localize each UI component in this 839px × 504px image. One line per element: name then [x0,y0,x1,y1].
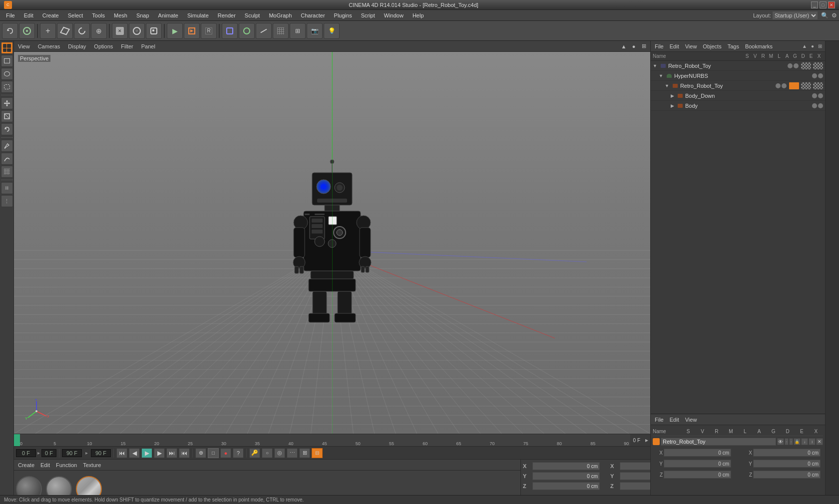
mat-menu-edit[interactable]: Edit [38,461,52,469]
current-frame-display[interactable]: 0 F [16,449,36,457]
camera-btn[interactable]: 📷 [307,23,323,39]
obj-lock-dot-1[interactable] [794,63,799,68]
minimize-button[interactable]: _ [811,1,818,8]
obj-lock-dot-5[interactable] [818,103,823,108]
polygon-mode[interactable] [239,23,255,39]
tool-scale[interactable] [1,110,13,122]
tool-select-lasso[interactable] [1,81,13,93]
vp-icon-1[interactable]: ▲ [619,42,628,51]
menu-animate[interactable]: Animate [154,11,182,19]
vp-icon-3[interactable]: ⊞ [639,42,648,51]
step-forward-btn[interactable]: ▶ [154,448,165,458]
obj-lock-dot-2[interactable] [818,73,823,78]
object-mode[interactable] [222,23,238,39]
grid-btn[interactable] [273,23,289,39]
mat-menu-create[interactable]: Create [16,461,36,469]
tool-curve[interactable] [1,153,13,165]
scale-tool[interactable]: ○ [129,23,145,39]
key-icon[interactable]: 🔑 [249,448,260,458]
obj-menu-objects[interactable]: Objects [701,42,723,50]
obj-lock-dot-3[interactable] [782,83,787,88]
search-icon[interactable]: 🔍 [821,12,829,19]
obj-vis-dot-5[interactable] [812,103,817,108]
snap-button[interactable] [19,23,35,39]
tool-pen[interactable] [1,140,13,152]
attr-arrow-btn[interactable]: ↓ [801,438,808,445]
vp-menu-filter[interactable]: Filter [119,42,135,50]
attr-z-field[interactable] [664,471,731,479]
obj-vis-dot-4[interactable] [812,93,817,98]
end-frame-2[interactable]: 90 F [91,449,111,457]
vp-menu-panel[interactable]: Panel [139,42,157,50]
attr-lock-btn[interactable]: 🔒 [794,438,801,445]
timeline-track[interactable]: // Will be rendered via canvas below 0 5… [20,434,630,446]
end-frame-display[interactable]: 90 F [62,449,82,457]
close-button[interactable]: ✕ [828,1,835,8]
dots-btn[interactable]: ⋯ [287,448,298,458]
mat-menu-function[interactable]: Function [54,461,79,469]
vp-menu-options[interactable]: Options [92,42,115,50]
loop-btn[interactable]: ○ [262,448,273,458]
attr-dot-btn[interactable]: · [785,438,789,445]
timeline-btn[interactable]: ⊟ [312,448,323,458]
record-btn[interactable]: ⏮ [179,448,190,458]
menu-mesh[interactable]: Mesh [110,11,131,19]
obj-vis-dot-1[interactable] [788,63,793,68]
attr-eye-btn[interactable]: 👁 [777,438,784,445]
tool-paint[interactable]: ⋮ [1,195,13,207]
maximize-button[interactable]: □ [820,1,827,8]
menu-sculpt[interactable]: Sculpt [241,11,264,19]
menu-character[interactable]: Character [297,11,329,19]
cube-tool-button[interactable] [57,23,73,39]
obj-menu-view[interactable]: View [683,42,699,50]
obj-vis-dot-2[interactable] [812,73,817,78]
record-btn2[interactable]: ◎ [274,448,285,458]
obj-row-retro-robot-child[interactable]: ▼ Retro_Robot_Toy [651,81,825,91]
frame-counter[interactable]: 0 F [41,449,56,457]
menu-render[interactable]: Render [214,11,240,19]
attr-ry-field[interactable] [753,460,821,468]
coord-x-input[interactable] [532,462,600,470]
layout-dropdown[interactable]: Startup (User) [772,11,818,20]
menu-select[interactable]: Select [64,11,87,19]
rotate-tool-button[interactable] [74,23,90,39]
attr-x-dismiss[interactable]: ✕ [816,438,823,445]
mat-menu-texture[interactable]: Texture [81,461,103,469]
attr-rx-field[interactable] [753,449,821,457]
menu-window[interactable]: Window [380,11,408,19]
expand-timeline-btn[interactable]: ▸ [643,437,650,444]
obj-row-retro-robot-top[interactable]: ▼ Retro_Robot_Toy [651,61,825,71]
render-to-picture-viewer[interactable]: ▶ [167,23,183,39]
vp-menu-display[interactable]: Display [66,42,88,50]
viewport-icon[interactable]: ⊞ [290,23,306,39]
vp-menu-cameras[interactable]: Cameras [36,42,62,50]
new-scene-button[interactable]: ⊕ [91,23,107,39]
obj-vis-dot-3[interactable] [776,83,781,88]
obj-search-btn[interactable]: ● [810,43,815,49]
obj-panel-btn[interactable]: ▲ [801,43,808,49]
obj-lock-dot-4[interactable] [818,93,823,98]
gear-icon[interactable]: ⚙ [832,12,837,19]
question-btn[interactable]: ? [233,448,244,458]
menu-create[interactable]: Create [38,11,63,19]
menu-simulate[interactable]: Simulate [183,11,213,19]
menu-file[interactable]: File [2,11,19,19]
grid-view-btn[interactable]: ⊞ [299,448,310,458]
skip-to-end-btn[interactable]: ⏭ [166,448,177,458]
menu-snap[interactable]: Snap [132,11,153,19]
obj-menu-tags[interactable]: Tags [726,42,741,50]
viewport-3d[interactable]: Perspective [14,52,650,434]
tool-move2[interactable] [1,97,13,109]
attr-y-field[interactable] [664,460,731,468]
rotate-tool2[interactable] [146,23,162,39]
vp-icon-2[interactable]: ● [629,42,638,51]
obj-menu-file[interactable]: File [653,42,666,50]
attr-arrows-btn[interactable]: ↕ [809,438,816,445]
attr-menu-file[interactable]: File [653,416,666,424]
coord-y-input[interactable] [532,472,600,480]
attr-rz-field[interactable] [753,471,821,479]
add-tool-button[interactable]: + [40,23,56,39]
obj-menu-edit[interactable]: Edit [668,42,681,50]
play-btn[interactable]: ▶ [141,448,152,458]
menu-plugins[interactable]: Plugins [330,11,356,19]
